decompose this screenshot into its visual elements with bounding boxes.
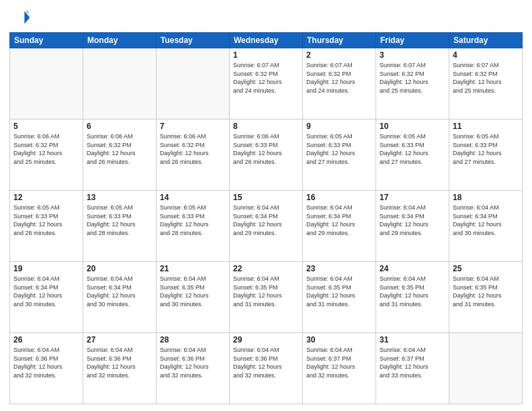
- day-number: 4: [453, 50, 519, 60]
- day-number: 22: [233, 264, 299, 273]
- day-info: Sunrise: 6:04 AMSunset: 6:36 PMDaylight:…: [13, 346, 79, 379]
- day-number: 20: [87, 264, 152, 273]
- week-row-5: 26Sunrise: 6:04 AMSunset: 6:36 PMDayligh…: [10, 333, 523, 404]
- day-info: Sunrise: 6:04 AMSunset: 6:35 PMDaylight:…: [160, 275, 226, 308]
- day-number: 2: [306, 50, 372, 60]
- day-number: 24: [380, 264, 445, 273]
- day-number: 3: [380, 50, 445, 60]
- day-cell: [449, 333, 523, 404]
- day-cell: 3Sunrise: 6:07 AMSunset: 6:32 PMDaylight…: [376, 48, 449, 120]
- day-info: Sunrise: 6:06 AMSunset: 6:32 PMDaylight:…: [160, 132, 226, 166]
- day-cell: [10, 48, 83, 120]
- day-number: 19: [13, 264, 79, 273]
- day-cell: 6Sunrise: 6:06 AMSunset: 6:32 PMDaylight…: [83, 120, 157, 191]
- day-info: Sunrise: 6:04 AMSunset: 6:35 PMDaylight:…: [380, 275, 445, 308]
- header-row: SundayMondayTuesdayWednesdayThursdayFrid…: [10, 33, 523, 48]
- day-header-thursday: Thursday: [303, 33, 376, 48]
- week-row-4: 19Sunrise: 6:04 AMSunset: 6:34 PMDayligh…: [10, 262, 523, 333]
- day-cell: 26Sunrise: 6:04 AMSunset: 6:36 PMDayligh…: [10, 333, 83, 404]
- day-cell: 2Sunrise: 6:07 AMSunset: 6:32 PMDaylight…: [303, 48, 376, 120]
- day-cell: 18Sunrise: 6:04 AMSunset: 6:34 PMDayligh…: [449, 191, 523, 262]
- day-info: Sunrise: 6:04 AMSunset: 6:36 PMDaylight:…: [87, 346, 152, 379]
- day-info: Sunrise: 6:04 AMSunset: 6:37 PMDaylight:…: [380, 346, 445, 379]
- day-info: Sunrise: 6:05 AMSunset: 6:33 PMDaylight:…: [160, 203, 226, 237]
- day-cell: 11Sunrise: 6:05 AMSunset: 6:33 PMDayligh…: [449, 120, 523, 191]
- day-number: 8: [233, 122, 299, 131]
- day-number: 6: [87, 122, 152, 131]
- day-header-saturday: Saturday: [449, 33, 523, 48]
- day-info: Sunrise: 6:04 AMSunset: 6:35 PMDaylight:…: [306, 275, 372, 308]
- day-cell: 21Sunrise: 6:04 AMSunset: 6:35 PMDayligh…: [157, 262, 230, 333]
- day-number: 5: [13, 122, 79, 131]
- day-info: Sunrise: 6:04 AMSunset: 6:36 PMDaylight:…: [233, 346, 299, 379]
- day-number: 29: [233, 335, 299, 345]
- day-number: 21: [160, 264, 226, 273]
- day-number: 15: [233, 193, 299, 202]
- day-cell: 15Sunrise: 6:04 AMSunset: 6:34 PMDayligh…: [230, 191, 303, 262]
- day-info: Sunrise: 6:05 AMSunset: 6:33 PMDaylight:…: [380, 132, 445, 166]
- day-cell: [157, 48, 230, 120]
- day-cell: 16Sunrise: 6:04 AMSunset: 6:34 PMDayligh…: [303, 191, 376, 262]
- day-number: 26: [13, 335, 79, 345]
- week-row-1: 1Sunrise: 6:07 AMSunset: 6:32 PMDaylight…: [10, 48, 523, 120]
- day-info: Sunrise: 6:04 AMSunset: 6:35 PMDaylight:…: [453, 275, 519, 308]
- day-info: Sunrise: 6:04 AMSunset: 6:37 PMDaylight:…: [306, 346, 372, 379]
- calendar-table: SundayMondayTuesdayWednesdayThursdayFrid…: [9, 32, 523, 404]
- day-cell: 10Sunrise: 6:05 AMSunset: 6:33 PMDayligh…: [376, 120, 449, 191]
- day-number: 23: [306, 264, 372, 273]
- week-row-3: 12Sunrise: 6:05 AMSunset: 6:33 PMDayligh…: [10, 191, 523, 262]
- day-number: 12: [13, 193, 79, 202]
- day-info: Sunrise: 6:04 AMSunset: 6:34 PMDaylight:…: [306, 203, 372, 237]
- header: [9, 7, 523, 28]
- day-header-wednesday: Wednesday: [230, 33, 303, 48]
- day-info: Sunrise: 6:07 AMSunset: 6:32 PMDaylight:…: [233, 61, 299, 95]
- day-cell: [83, 48, 157, 120]
- day-header-tuesday: Tuesday: [157, 33, 230, 48]
- day-info: Sunrise: 6:07 AMSunset: 6:32 PMDaylight:…: [306, 61, 372, 95]
- day-cell: 5Sunrise: 6:06 AMSunset: 6:32 PMDaylight…: [10, 120, 83, 191]
- day-header-sunday: Sunday: [10, 33, 83, 48]
- day-info: Sunrise: 6:06 AMSunset: 6:32 PMDaylight:…: [13, 132, 79, 166]
- day-info: Sunrise: 6:04 AMSunset: 6:34 PMDaylight:…: [13, 275, 79, 308]
- day-info: Sunrise: 6:04 AMSunset: 6:34 PMDaylight:…: [380, 203, 445, 237]
- day-number: 16: [306, 193, 372, 202]
- day-info: Sunrise: 6:06 AMSunset: 6:33 PMDaylight:…: [233, 132, 299, 166]
- day-number: 28: [160, 335, 226, 345]
- day-number: 9: [306, 122, 372, 131]
- day-number: 30: [306, 335, 372, 345]
- day-info: Sunrise: 6:05 AMSunset: 6:33 PMDaylight:…: [453, 132, 519, 166]
- day-cell: 30Sunrise: 6:04 AMSunset: 6:37 PMDayligh…: [303, 333, 376, 404]
- day-cell: 1Sunrise: 6:07 AMSunset: 6:32 PMDaylight…: [230, 48, 303, 120]
- day-header-friday: Friday: [376, 33, 449, 48]
- day-cell: 22Sunrise: 6:04 AMSunset: 6:35 PMDayligh…: [230, 262, 303, 333]
- day-info: Sunrise: 6:04 AMSunset: 6:36 PMDaylight:…: [160, 346, 226, 379]
- day-number: 1: [233, 50, 299, 60]
- day-info: Sunrise: 6:04 AMSunset: 6:34 PMDaylight:…: [233, 203, 299, 237]
- day-cell: 29Sunrise: 6:04 AMSunset: 6:36 PMDayligh…: [230, 333, 303, 404]
- day-info: Sunrise: 6:04 AMSunset: 6:34 PMDaylight:…: [87, 275, 152, 308]
- day-cell: 8Sunrise: 6:06 AMSunset: 6:33 PMDaylight…: [230, 120, 303, 191]
- day-info: Sunrise: 6:05 AMSunset: 6:33 PMDaylight:…: [87, 203, 152, 237]
- day-cell: 23Sunrise: 6:04 AMSunset: 6:35 PMDayligh…: [303, 262, 376, 333]
- day-info: Sunrise: 6:07 AMSunset: 6:32 PMDaylight:…: [380, 61, 445, 95]
- svg-marker-0: [24, 11, 30, 24]
- day-cell: 13Sunrise: 6:05 AMSunset: 6:33 PMDayligh…: [83, 191, 157, 262]
- day-cell: 19Sunrise: 6:04 AMSunset: 6:34 PMDayligh…: [10, 262, 83, 333]
- day-header-monday: Monday: [83, 33, 157, 48]
- logo: [9, 7, 34, 28]
- day-cell: 25Sunrise: 6:04 AMSunset: 6:35 PMDayligh…: [449, 262, 523, 333]
- day-cell: 17Sunrise: 6:04 AMSunset: 6:34 PMDayligh…: [376, 191, 449, 262]
- day-info: Sunrise: 6:05 AMSunset: 6:33 PMDaylight:…: [13, 203, 79, 237]
- day-cell: 20Sunrise: 6:04 AMSunset: 6:34 PMDayligh…: [83, 262, 157, 333]
- day-number: 10: [380, 122, 445, 131]
- day-number: 27: [87, 335, 152, 345]
- day-cell: 24Sunrise: 6:04 AMSunset: 6:35 PMDayligh…: [376, 262, 449, 333]
- day-cell: 7Sunrise: 6:06 AMSunset: 6:32 PMDaylight…: [157, 120, 230, 191]
- day-info: Sunrise: 6:06 AMSunset: 6:32 PMDaylight:…: [87, 132, 152, 166]
- day-cell: 27Sunrise: 6:04 AMSunset: 6:36 PMDayligh…: [83, 333, 157, 404]
- day-number: 7: [160, 122, 226, 131]
- day-cell: 14Sunrise: 6:05 AMSunset: 6:33 PMDayligh…: [157, 191, 230, 262]
- day-number: 17: [380, 193, 445, 202]
- day-number: 14: [160, 193, 226, 202]
- day-cell: 4Sunrise: 6:07 AMSunset: 6:32 PMDaylight…: [449, 48, 523, 120]
